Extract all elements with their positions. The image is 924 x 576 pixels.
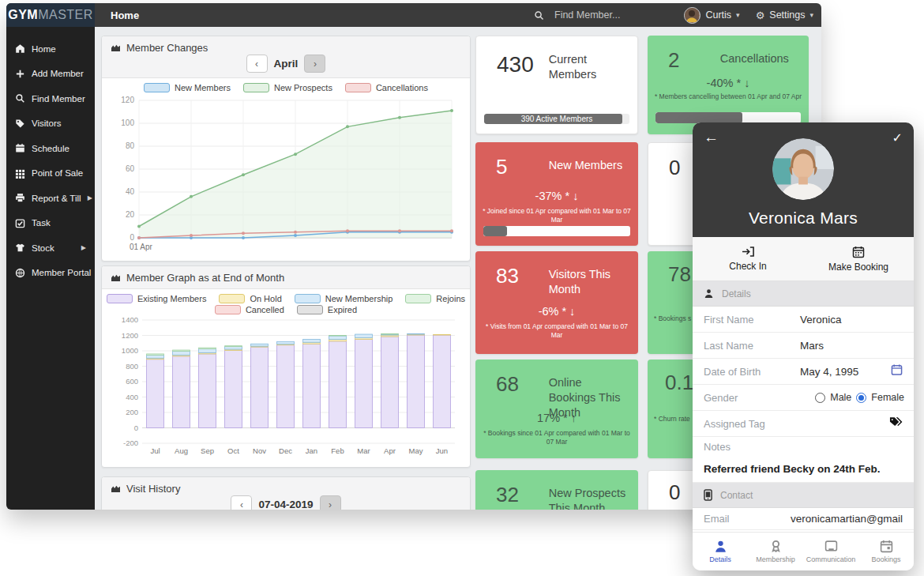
sidebar-item-member-portal[interactable]: Member Portal bbox=[6, 261, 95, 286]
notes-label-row: Notes bbox=[693, 437, 914, 456]
globe-icon bbox=[15, 268, 25, 278]
month-label: April bbox=[274, 58, 299, 70]
dob-value[interactable]: May 4, 1995 bbox=[800, 366, 858, 378]
sidebar-item-visitors[interactable]: Visitors bbox=[6, 111, 95, 137]
sidebar-item-point-of-sale[interactable]: Point of Sale bbox=[6, 161, 95, 186]
make-booking-button[interactable]: Make Booking bbox=[803, 237, 914, 280]
sidebar-item-find-member[interactable]: Find Member bbox=[6, 86, 95, 111]
submenu-caret-icon: ▶ bbox=[88, 194, 92, 201]
new-members-card[interactable]: 5 New Members -37% * ↓ * Joined since 01… bbox=[475, 142, 638, 246]
home-icon bbox=[15, 43, 25, 54]
svg-text:1400: 1400 bbox=[122, 316, 138, 324]
page-title: Home bbox=[111, 3, 139, 27]
tab-bookings[interactable]: Bookings bbox=[858, 533, 914, 570]
legend-item[interactable]: Cancelled bbox=[215, 305, 284, 314]
screenshot-canvas: GYMMASTER Home Curtis ▾ ⚙ Settings ▾ bbox=[0, 0, 924, 576]
svg-text:60: 60 bbox=[126, 164, 135, 173]
visit-history-panel: Visit History ‹ 07-04-2019 › bbox=[101, 476, 471, 510]
legend-item[interactable]: Rejoins bbox=[405, 294, 465, 303]
settings-menu[interactable]: ⚙ Settings ▾ bbox=[756, 9, 813, 21]
next-month-button[interactable]: › bbox=[304, 55, 325, 73]
notes-value[interactable]: Referred friend Becky on 24th Feb. bbox=[693, 456, 914, 483]
sidebar-item-home[interactable]: Home bbox=[6, 36, 95, 62]
member-card-tabs: Details Membership Communication Booking… bbox=[693, 532, 914, 570]
female-radio[interactable] bbox=[856, 393, 866, 403]
cancellations-progress bbox=[655, 112, 801, 123]
stat-title: Cancellations bbox=[720, 51, 802, 66]
gear-icon: ⚙ bbox=[756, 9, 765, 21]
last-name-row[interactable]: Last Name Mars bbox=[693, 333, 914, 359]
male-label: Male bbox=[830, 392, 851, 403]
assigned-tag-row[interactable]: Assigned Tag bbox=[693, 411, 914, 437]
legend-item[interactable]: Cancellations bbox=[345, 83, 428, 92]
svg-text:Aug: Aug bbox=[175, 446, 188, 455]
female-label: Female bbox=[871, 392, 904, 403]
sidebar-item-task[interactable]: Task bbox=[6, 211, 95, 236]
prev-month-button[interactable]: ‹ bbox=[246, 55, 268, 73]
tab-communication[interactable]: Communication bbox=[803, 533, 858, 570]
check-square-icon bbox=[15, 218, 25, 228]
dob-row[interactable]: Date of Birth May 4, 1995 bbox=[693, 359, 914, 385]
phone-icon bbox=[704, 489, 712, 501]
stat-title: Visitors This Month bbox=[549, 267, 632, 297]
sidebar-item-stock[interactable]: Stock ▶ bbox=[6, 235, 95, 261]
prev-date-button[interactable]: ‹ bbox=[231, 495, 252, 510]
printer-icon bbox=[15, 193, 25, 203]
legend-item[interactable]: New Membership bbox=[295, 294, 393, 303]
new-prospects-card[interactable]: 32 New Prospects This Month bbox=[475, 470, 638, 510]
email-value[interactable]: veronicamartian@gmail bbox=[791, 513, 903, 525]
member-name: Veronica Mars bbox=[693, 209, 914, 228]
logo-light: MASTER bbox=[38, 8, 93, 22]
sidebar-item-report-till[interactable]: Report & Till ▶ bbox=[6, 186, 95, 211]
member-detail-card: ← ✓ Veronica Mars bbox=[693, 122, 914, 570]
tab-details[interactable]: Details bbox=[693, 533, 748, 570]
legend-item[interactable]: Expired bbox=[297, 305, 357, 314]
cancellations-card[interactable]: 2 Cancellations -40% * ↓ * Members cance… bbox=[648, 36, 809, 134]
svg-text:Oct: Oct bbox=[227, 446, 239, 455]
next-date-button[interactable]: › bbox=[320, 495, 341, 510]
svg-text:20: 20 bbox=[126, 210, 135, 219]
contact-section-header: Contact bbox=[693, 483, 914, 508]
stat-delta: 17% * ↑ bbox=[475, 412, 638, 424]
user-avatar bbox=[684, 7, 701, 24]
confirm-check-icon[interactable]: ✓ bbox=[892, 130, 903, 145]
visitors-month-card[interactable]: 83 Visitors This Month -6% * ↓ * Visits … bbox=[475, 251, 638, 354]
current-members-card[interactable]: 430 Current Members 390 Active Members bbox=[475, 36, 638, 134]
gender-row: Gender Male Female bbox=[693, 385, 914, 411]
member-changes-title: Member Changes bbox=[111, 42, 461, 54]
svg-text:800: 800 bbox=[126, 362, 138, 371]
search-input[interactable] bbox=[554, 9, 673, 21]
member-search[interactable] bbox=[534, 3, 673, 27]
person-icon bbox=[714, 540, 727, 553]
check-in-icon bbox=[742, 246, 755, 258]
sidebar-item-schedule[interactable]: Schedule bbox=[6, 136, 95, 161]
user-menu[interactable]: Curtis ▾ bbox=[684, 7, 739, 24]
last-name-value[interactable]: Mars bbox=[800, 340, 824, 352]
back-arrow-icon[interactable]: ← bbox=[704, 129, 719, 146]
online-bookings-card[interactable]: 68 Online Bookings This Month 17% * ↑ * … bbox=[475, 360, 638, 458]
first-name-row[interactable]: First Name Veronica bbox=[693, 307, 914, 333]
calendar-picker-icon[interactable] bbox=[891, 364, 903, 379]
chat-icon bbox=[824, 540, 838, 553]
svg-text:-200: -200 bbox=[123, 439, 138, 447]
tab-membership[interactable]: Membership bbox=[748, 533, 803, 570]
tags-icon[interactable] bbox=[889, 416, 903, 431]
legend-item[interactable]: New Members bbox=[144, 83, 231, 92]
legend-item[interactable]: Existing Members bbox=[107, 294, 206, 303]
svg-text:40: 40 bbox=[126, 187, 135, 196]
legend-item[interactable]: New Prospects bbox=[243, 83, 332, 92]
calendar-icon bbox=[852, 246, 865, 258]
stat-delta: -6% * ↓ bbox=[475, 305, 638, 318]
plus-icon bbox=[15, 69, 25, 79]
check-in-button[interactable]: Check In bbox=[693, 237, 803, 280]
gymmaster-logo[interactable]: GYMMASTER bbox=[6, 3, 95, 27]
first-name-value[interactable]: Veronica bbox=[800, 314, 842, 326]
male-radio[interactable] bbox=[815, 393, 825, 403]
legend-item[interactable]: On Hold bbox=[219, 294, 281, 303]
member-graph-legend-row2: CancelledExpired bbox=[102, 305, 470, 314]
sidebar-item-add-member[interactable]: Add Member bbox=[6, 62, 95, 87]
svg-text:Jul: Jul bbox=[150, 446, 160, 455]
member-changes-chart: 02040608010012001 Apr bbox=[111, 94, 461, 254]
email-row[interactable]: Email veronicamartian@gmail bbox=[693, 508, 914, 530]
member-changes-header: Member Changes ‹ April › bbox=[102, 36, 470, 78]
